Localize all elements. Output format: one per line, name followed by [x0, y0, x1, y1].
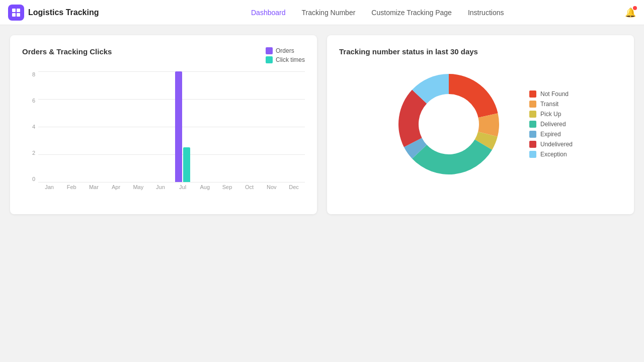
bar-orders-jul [175, 71, 182, 182]
legend-orders: Orders [266, 47, 305, 54]
y-label-2: 2 [32, 150, 35, 156]
donut-segment-not-found [449, 74, 498, 118]
donut-chart-title: Tracking number status in last 30 days [339, 47, 622, 56]
bar-group-jan [38, 71, 60, 182]
x-label-mar: Mar [83, 184, 105, 190]
donut-legend-color-exception [529, 151, 536, 158]
x-label-apr: Apr [105, 184, 127, 190]
nav-customize[interactable]: Customize Tracking Page [371, 9, 452, 17]
donut-legend: Not FoundTransitPick UpDeliveredExpiredU… [529, 90, 573, 158]
main-content: Orders & Tracking Clicks Orders Click ti… [0, 25, 644, 224]
header: Logistics Tracking Dashboard Tracking Nu… [0, 0, 644, 25]
bar-clicks-jul [183, 147, 190, 182]
bars-row [38, 71, 305, 182]
donut-legend-item-undelivered: Undelivered [529, 141, 573, 148]
logo-area: Logistics Tracking [8, 5, 99, 21]
app-title: Logistics Tracking [28, 8, 99, 17]
bar-group-aug [194, 71, 216, 182]
x-label-aug: Aug [194, 184, 216, 190]
x-axis: JanFebMarAprMayJunJulAugSepOctNovDec [38, 184, 305, 190]
donut-legend-label-pick-up: Pick Up [540, 111, 561, 118]
legend-clicks-label: Click times [276, 56, 305, 63]
bar-chart-area: 8 6 4 2 0 [22, 71, 305, 202]
x-label-jul: Jul [172, 184, 194, 190]
donut-legend-color-transit [529, 101, 536, 108]
bar-chart-inner: 8 6 4 2 0 [22, 71, 305, 182]
bar-group-apr [105, 71, 127, 182]
bar-group-dec [283, 71, 305, 182]
donut-legend-color-not-found [529, 90, 536, 98]
donut-legend-item-expired: Expired [529, 131, 573, 138]
donut-legend-color-pick-up [529, 111, 536, 118]
x-label-feb: Feb [60, 184, 83, 190]
bar-chart-legend: Orders Click times [266, 47, 305, 63]
bar-group-mar [83, 71, 105, 182]
bar-group-jun [149, 71, 172, 182]
y-label-4: 4 [32, 124, 35, 130]
donut-legend-item-exception: Exception [529, 151, 573, 158]
x-label-may: May [127, 184, 149, 190]
nav-tracking-number[interactable]: Tracking Number [302, 9, 356, 17]
donut-legend-item-not-found: Not Found [529, 90, 573, 98]
donut-legend-label-exception: Exception [540, 151, 567, 158]
x-label-nov: Nov [261, 184, 283, 190]
bar-group-jul [172, 71, 194, 182]
logo-icon [8, 5, 24, 21]
svg-rect-1 [17, 9, 20, 12]
x-label-dec: Dec [283, 184, 305, 190]
bar-group-oct [238, 71, 261, 182]
y-label-0: 0 [32, 176, 35, 182]
legend-orders-label: Orders [276, 47, 294, 54]
x-label-jun: Jun [149, 184, 172, 190]
main-nav: Dashboard Tracking Number Customize Trac… [119, 9, 636, 17]
notification-dot [633, 6, 637, 10]
bar-group-sep [216, 71, 238, 182]
donut-legend-item-pick-up: Pick Up [529, 111, 573, 118]
bar-group-may [127, 71, 149, 182]
y-label-8: 8 [32, 71, 35, 77]
donut-legend-item-transit: Transit [529, 101, 573, 108]
svg-rect-0 [12, 9, 16, 12]
x-label-oct: Oct [238, 184, 261, 190]
donut-section: Not FoundTransitPick UpDeliveredExpiredU… [339, 64, 622, 185]
bar-chart-card: Orders & Tracking Clicks Orders Click ti… [10, 35, 317, 214]
donut-svg [388, 64, 509, 185]
donut-legend-label-expired: Expired [540, 131, 561, 138]
donut-legend-label-not-found: Not Found [540, 90, 569, 98]
bar-chart-title: Orders & Tracking Clicks [22, 47, 112, 56]
svg-rect-3 [17, 13, 20, 17]
donut-legend-color-expired [529, 131, 536, 138]
y-label-6: 6 [32, 98, 35, 104]
notification-bell[interactable]: 🔔 [625, 7, 636, 18]
donut-chart-card: Tracking number status in last 30 days N… [327, 35, 634, 214]
donut-legend-label-undelivered: Undelivered [540, 141, 573, 148]
grid-line-0 [38, 182, 305, 183]
svg-rect-2 [12, 13, 16, 17]
nav-dashboard[interactable]: Dashboard [251, 9, 286, 17]
donut-legend-label-delivered: Delivered [540, 121, 566, 128]
donut-legend-color-undelivered [529, 141, 536, 148]
legend-clicks-color [266, 56, 273, 63]
header-right: 🔔 [625, 7, 636, 18]
legend-orders-color [266, 47, 273, 54]
y-axis: 8 6 4 2 0 [22, 71, 38, 182]
donut-legend-color-delivered [529, 121, 536, 128]
donut-legend-label-transit: Transit [540, 101, 558, 108]
bar-group-nov [261, 71, 283, 182]
x-label-sep: Sep [216, 184, 238, 190]
nav-instructions[interactable]: Instructions [468, 9, 504, 17]
legend-clicks: Click times [266, 56, 305, 63]
bar-group-feb [60, 71, 83, 182]
x-label-jan: Jan [38, 184, 60, 190]
donut-legend-item-delivered: Delivered [529, 121, 573, 128]
grid-and-bars [38, 71, 305, 182]
bar-chart-header: Orders & Tracking Clicks Orders Click ti… [22, 47, 305, 63]
